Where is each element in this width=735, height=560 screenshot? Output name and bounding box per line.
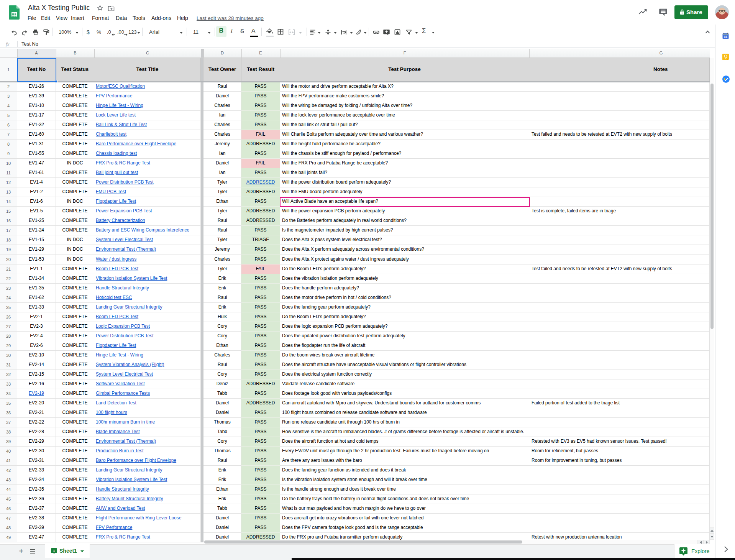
svg-text:31: 31 [724,35,728,39]
svg-text:1: 1 [53,549,55,553]
